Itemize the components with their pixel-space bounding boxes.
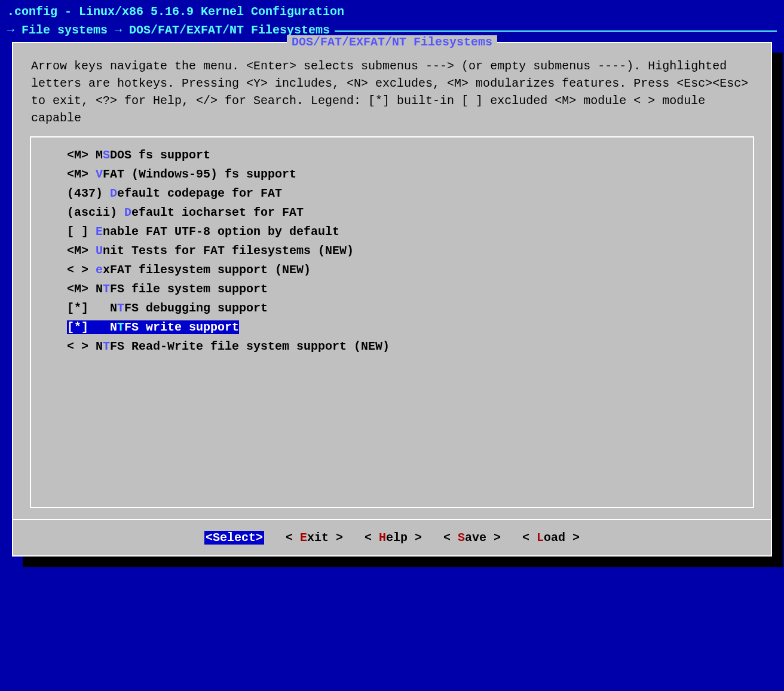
menu-list[interactable]: <M> MSDOS fs support<M> VFAT (Windows-95… — [30, 136, 754, 508]
hotkey: V — [96, 167, 103, 181]
item-state: < > — [67, 340, 96, 353]
item-state: <M> — [67, 282, 96, 296]
menu-item[interactable]: [ ] Enable FAT UTF-8 option by default — [31, 222, 753, 241]
hotkey: e — [96, 263, 103, 277]
window-title: .config - Linux/x86 5.16.9 Kernel Config… — [0, 0, 784, 23]
menu-item[interactable]: < > exFAT filesystem support (NEW) — [31, 261, 753, 280]
item-state: [ ] — [67, 225, 96, 239]
menu-item[interactable]: (437) Default codepage for FAT — [31, 184, 753, 203]
menu-item[interactable]: <M> VFAT (Windows-95) fs support — [31, 165, 753, 184]
hotkey: T — [103, 282, 110, 296]
item-state: < > — [67, 263, 96, 277]
hotkey: D — [110, 186, 117, 200]
menu-item[interactable]: [*] NTFS debugging support — [31, 299, 753, 318]
hotkey: D — [124, 206, 131, 219]
menu-item[interactable]: < > NTFS Read-Write file system support … — [31, 337, 753, 356]
dialog-title: DOS/FAT/EXFAT/NT Filesystems — [287, 35, 497, 49]
e-button[interactable]: < Exit > — [286, 531, 343, 545]
menu-item[interactable]: <M> MSDOS fs support — [31, 146, 753, 165]
help-text: Arrow keys navigate the menu. <Enter> se… — [13, 43, 771, 136]
hotkey: T — [117, 320, 124, 334]
h-button[interactable]: < Help > — [365, 531, 422, 545]
hotkey: E — [96, 225, 103, 239]
menu-item[interactable]: <M> Unit Tests for FAT filesystems (NEW) — [31, 241, 753, 261]
button-bar: <Select>< Exit >< Help >< Save >< Load > — [13, 519, 771, 555]
hotkey: U — [96, 244, 103, 258]
menu-item[interactable]: [*] NTFS write support — [31, 318, 275, 337]
s-button[interactable]: <Select> — [204, 531, 264, 545]
hotkey: T — [117, 301, 124, 315]
hotkey: S — [103, 148, 110, 162]
item-state: <M> — [67, 244, 96, 258]
menu-item[interactable]: <M> NTFS file system support — [31, 280, 753, 299]
item-state: [*] — [67, 320, 110, 334]
l-button[interactable]: < Load > — [522, 531, 580, 545]
item-state: <M> — [67, 148, 96, 162]
dialog: DOS/FAT/EXFAT/NT Filesystems Arrow keys … — [12, 42, 772, 557]
item-state: (ascii) — [67, 206, 124, 219]
item-state: <M> — [67, 167, 96, 181]
item-state: [*] — [67, 301, 110, 315]
item-state: (437) — [67, 186, 110, 200]
menu-item[interactable]: (ascii) Default iocharset for FAT — [31, 203, 753, 222]
s-button[interactable]: < Save > — [443, 531, 501, 545]
hotkey: T — [103, 340, 110, 353]
